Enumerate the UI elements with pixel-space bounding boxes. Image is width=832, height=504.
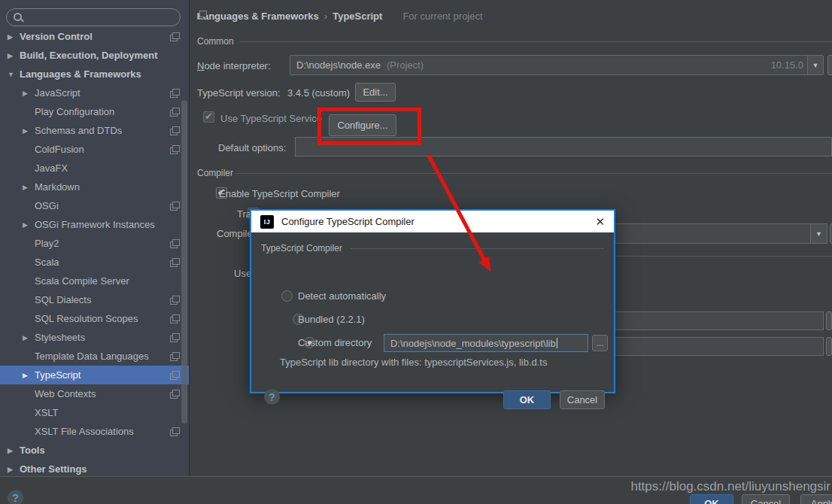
current-project-indicator-icon — [170, 390, 180, 399]
dialog-group-divider — [351, 248, 604, 249]
radio-label: Detect automatically — [298, 290, 386, 302]
sidebar-item-scala[interactable]: Scala — [0, 253, 189, 272]
sidebar-item-label: SQL Resolution Scopes — [35, 313, 138, 324]
enable-compiler-label: Enable TypeScript Compiler — [219, 188, 340, 199]
sidebar-item-sql-dialects[interactable]: SQL Dialects — [0, 290, 189, 309]
sidebar-item-xslt-file-associations[interactable]: XSLT File Associations — [0, 422, 189, 441]
common-section-divider — [239, 41, 832, 42]
sidebar-item-scala-compile-server[interactable]: Scala Compile Server — [0, 272, 189, 290]
settings-ok-button[interactable]: OK — [690, 494, 733, 504]
chevron-collapsed-icon[interactable]: ▶ — [23, 90, 35, 97]
sidebar-item-play-configuration[interactable]: Play Configuration — [0, 102, 189, 121]
ts-version-value: 3.4.5 (custom) — [287, 87, 350, 99]
sidebar-item-version-control[interactable]: ▶Version Control — [0, 27, 189, 46]
sidebar-item-label: Other Settings — [20, 463, 87, 475]
sidebar-item-javascript[interactable]: ▶JavaScript — [0, 83, 189, 102]
dialog-cancel-button[interactable]: Cancel — [560, 390, 605, 409]
chevron-collapsed-icon[interactable]: ▶ — [23, 127, 35, 135]
sidebar-item-osgi-framework-instances[interactable]: ▶OSGi Framework Instances — [0, 215, 189, 234]
intellij-logo-icon: IJ — [260, 215, 274, 229]
current-project-indicator-icon — [170, 296, 180, 305]
sidebar-item-coldfusion[interactable]: ColdFusion — [0, 140, 189, 159]
ide-settings-window: ▶Version Control▶Build, Execution, Deplo… — [0, 0, 832, 504]
sidebar-item-tools[interactable]: ▶Tools — [0, 441, 189, 460]
compiler-section-label: Compiler — [197, 168, 233, 178]
default-options-label: Default options: — [218, 142, 286, 153]
breadcrumb: Languages & Frameworks › TypeScript For … — [197, 11, 483, 22]
dialog-help-button[interactable]: ? — [264, 389, 280, 405]
node-interpreter-combobox[interactable]: D:\nodejs\node.exe (Project) 10.15.0 ▼ — [290, 55, 824, 75]
node-interpreter-value: D:\nodejs\node.exe — [296, 59, 381, 71]
sidebar-item-label: Play Configuration — [35, 106, 114, 117]
dialog-close-icon[interactable]: ✕ — [595, 215, 605, 229]
chevron-collapsed-icon[interactable]: ▶ — [23, 334, 35, 342]
current-project-indicator-icon — [170, 239, 180, 248]
annotation-highlight-rectangle — [317, 108, 421, 145]
settings-help-button[interactable]: ? — [8, 490, 23, 504]
node-version: 10.15.0 — [771, 59, 803, 71]
sidebar-item-markdown[interactable]: ▶Markdown — [0, 178, 189, 196]
sidebar-item-typescript[interactable]: ▶TypeScript — [0, 366, 189, 384]
browse-directory-button[interactable]: ... — [592, 335, 608, 351]
sidebar-item-label: SQL Dialects — [35, 294, 91, 305]
radio-detect-automatically[interactable] — [281, 290, 293, 302]
sidebar-item-build-execution-deployment[interactable]: ▶Build, Execution, Deployment — [0, 46, 189, 65]
sidebar-item-label: Schemas and DTDs — [35, 125, 122, 136]
dialog-ok-button[interactable]: OK — [503, 390, 551, 409]
sidebar-item-sql-resolution-scopes[interactable]: SQL Resolution Scopes — [0, 309, 189, 328]
chevron-collapsed-icon[interactable]: ▶ — [8, 33, 20, 41]
common-section-label: Common — [197, 36, 234, 47]
node-interpreter-label-rest: ode interpreter: — [204, 60, 270, 71]
compile-scope-dropdown-icon[interactable]: ▼ — [810, 224, 827, 243]
sidebar-item-label: XSLT — [35, 407, 59, 418]
sidebar-item-label: OSGi Framework Instances — [35, 219, 155, 230]
sidebar-item-label: Tools — [20, 445, 45, 456]
sidebar-item-label: Build, Execution, Deployment — [20, 50, 157, 61]
search-icon — [13, 12, 23, 23]
hidden-browse-button-1-clipped[interactable] — [826, 311, 832, 330]
dialog-titlebar[interactable]: IJ Configure TypeScript Compiler ✕ — [251, 211, 614, 232]
compiler-section-divider — [236, 173, 832, 174]
use-typescript-service-checkbox[interactable] — [203, 111, 214, 123]
current-project-indicator-icon — [170, 126, 180, 135]
chevron-collapsed-icon[interactable]: ▶ — [23, 184, 35, 191]
sidebar-item-languages-frameworks[interactable]: ▼Languages & Frameworks — [0, 65, 189, 83]
chevron-expanded-icon[interactable]: ▼ — [8, 71, 20, 78]
hidden-browse-button-2-clipped[interactable] — [826, 337, 832, 356]
settings-cancel-button[interactable]: Cancel — [742, 494, 790, 504]
edit-version-button[interactable]: Edit... — [355, 83, 396, 102]
sidebar-item-stylesheets[interactable]: ▶Stylesheets — [0, 328, 189, 347]
sidebar-item-template-data-languages[interactable]: Template Data Languages — [0, 347, 189, 366]
sidebar-item-label: XSLT File Associations — [35, 426, 134, 437]
node-interpreter-browse-button-clipped[interactable] — [827, 55, 832, 75]
footer-divider — [0, 476, 832, 477]
current-project-indicator-icon — [170, 314, 180, 323]
sidebar-item-play2[interactable]: Play2 — [0, 234, 189, 253]
current-project-indicator-icon — [170, 427, 180, 436]
custom-directory-value: D:\nodejs\node_modules\typescript\lib — [390, 338, 556, 349]
chevron-collapsed-icon[interactable]: ▶ — [8, 447, 20, 454]
sidebar-item-javafx[interactable]: JavaFX — [0, 159, 189, 178]
ts-version-label: TypeScript version: — [197, 87, 281, 99]
node-interpreter-dropdown-icon[interactable]: ▼ — [807, 56, 823, 74]
sidebar-item-label: JavaFX — [35, 162, 68, 174]
current-project-indicator-icon — [170, 89, 180, 98]
sidebar-item-web-contexts[interactable]: Web Contexts — [0, 384, 189, 403]
sidebar-item-label: Scala — [35, 257, 59, 268]
sidebar-item-xslt[interactable]: XSLT — [0, 403, 189, 422]
sidebar-scrollbar[interactable] — [181, 100, 187, 424]
chevron-collapsed-icon[interactable]: ▶ — [23, 221, 35, 229]
sidebar-item-label: Stylesheets — [35, 332, 85, 343]
custom-directory-input[interactable]: D:\nodejs\node_modules\typescript\lib — [384, 334, 588, 352]
dialog-title: Configure TypeScript Compiler — [281, 216, 414, 227]
sidebar-item-osgi[interactable]: OSGi — [0, 196, 189, 215]
node-interpreter-scope: (Project) — [387, 59, 424, 71]
settings-search-input[interactable] — [6, 8, 181, 26]
current-project-indicator-icon — [387, 12, 397, 21]
chevron-collapsed-icon[interactable]: ▶ — [8, 466, 20, 473]
sidebar-item-schemas-and-dtds[interactable]: ▶Schemas and DTDs — [0, 121, 189, 140]
chevron-collapsed-icon[interactable]: ▶ — [8, 52, 20, 59]
current-project-indicator-icon — [170, 258, 180, 267]
settings-apply-button[interactable]: Apply — [800, 494, 832, 504]
chevron-collapsed-icon[interactable]: ▶ — [23, 372, 35, 379]
